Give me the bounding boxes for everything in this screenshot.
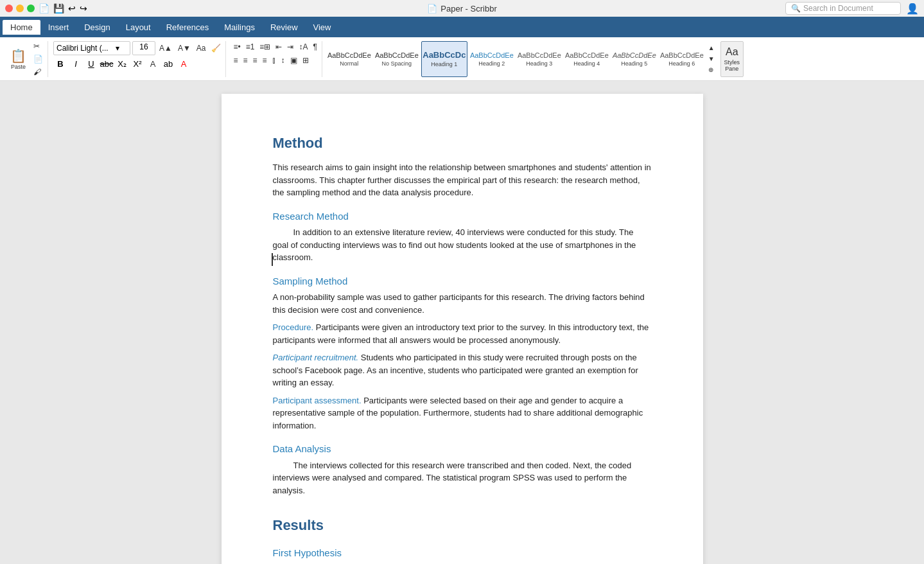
participant-recruitment-heading: Participant recruitment. [273,353,359,362]
style-heading-3[interactable]: AaBbCcDdEe Heading 3 [516,41,562,77]
show-formatting-button[interactable]: ¶ [311,41,318,53]
bold-button[interactable]: B [53,57,67,71]
align-center-button[interactable]: ≡ [241,55,249,66]
document-page[interactable]: Method This research aims to gain insigh… [222,94,703,564]
data-analysis-heading: Data Analysis [273,442,652,457]
shading-button[interactable]: ▣ [288,55,299,66]
first-hypothesis-heading: First Hypothesis [273,546,652,561]
font-size-input[interactable]: 16 [132,41,155,55]
style-normal[interactable]: AaBbCcDdEe Normal [326,41,372,77]
tab-view[interactable]: View [306,20,339,35]
styles-down-arrow[interactable]: ▼ [706,54,717,64]
style-heading-5[interactable]: AaBbCcDdEe Heading 5 [611,41,658,77]
align-right-button[interactable]: ≡ [251,55,259,66]
align-left-button[interactable]: ≡ [231,55,240,66]
increase-font-button[interactable]: A▲ [157,42,174,54]
style-normal-preview: AaBbCcDdEe [327,51,371,59]
underline-button[interactable]: U [84,57,98,71]
undo-icon[interactable]: ↩ [68,3,76,13]
research-method-heading: Research Method [273,209,652,224]
multilevel-list-button[interactable]: ≡⊞ [257,41,272,53]
change-case-button[interactable]: Aa [195,42,208,54]
styles-up-arrow[interactable]: ▲ [706,43,717,53]
decrease-font-button[interactable]: A▼ [176,42,193,54]
font-group: Calibri Light (... ▾ 16 A▲ A▼ Aa 🧹 B I U… [51,41,226,77]
copy-button[interactable]: 📄 [31,53,45,65]
cut-button[interactable]: ✂ [31,40,45,52]
line-spacing-button[interactable]: ↕ [279,55,287,66]
procedure-heading: Procedure. [273,322,314,332]
research-method-text: In addition to an extensive literature r… [273,226,652,264]
styles-pane-icon: Aa [726,46,738,58]
data-analysis-text: The interviews collected for this resear… [273,459,652,497]
style-heading-4-preview: AaBbCcDdEe [565,51,609,59]
search-icon: 🔍 [791,4,801,13]
style-heading-4[interactable]: AaBbCcDdEe Heading 4 [564,41,610,77]
procedure-paragraph: Procedure. Participants were given an in… [273,321,652,346]
user-icon[interactable]: 👤 [906,3,919,15]
maximize-button[interactable] [27,4,35,12]
style-heading-2-preview: AaBbCcDdEe [470,51,514,59]
style-normal-label: Normal [340,60,358,67]
style-heading-6-label: Heading 6 [668,60,695,67]
tab-design[interactable]: Design [76,20,118,35]
style-heading-6-preview: AaBbCcDdEe [660,51,704,59]
toolbar: 📋 Paste ✂ 📄 🖌 Calibri Light (... ▾ 16 A▲… [0,37,924,81]
columns-button[interactable]: ⫿ [270,55,278,66]
style-no-spacing[interactable]: AaBbCcDdEe No Spacing [374,41,420,77]
font-color-button[interactable]: A [146,57,160,71]
styles-more-arrow[interactable]: ⊕ [706,65,717,75]
text-color-button[interactable]: A [177,57,191,71]
title-bar-left: 📄 💾 ↩ ↪ [5,3,87,13]
strikethrough-button[interactable]: abc [100,57,114,71]
highlight-button[interactable]: ab [161,57,175,71]
style-heading-1[interactable]: AaBbCcDc Heading 1 [421,41,467,77]
redo-icon[interactable]: ↪ [80,3,87,13]
tab-mailings[interactable]: Mailings [216,20,263,35]
toolbar-icon-1: 📄 [39,3,49,13]
sort-button[interactable]: ↕A [297,41,309,53]
italic-button[interactable]: I [69,57,83,71]
method-heading: Method [273,132,652,154]
increase-indent-button[interactable]: ⇥ [285,41,295,53]
justify-button[interactable]: ≡ [261,55,269,66]
participant-assessment-paragraph: Participant assessment. Participants wer… [273,394,652,432]
format-painter-button[interactable]: 🖌 [31,66,45,78]
text-cursor [272,253,273,266]
bullets-button[interactable]: ≡• [231,41,242,53]
style-no-spacing-preview: AaBbCcDdEe [375,51,419,59]
minimize-button[interactable] [16,4,24,12]
results-heading: Results [273,515,652,536]
toolbar-icon-2: 💾 [53,3,64,13]
style-heading-3-preview: AaBbCcDdEe [518,51,561,59]
tab-references[interactable]: References [159,20,216,35]
subscript-button[interactable]: X₂ [115,57,129,71]
ribbon-tabs: Home Insert Design Layout References Mai… [0,17,924,37]
decrease-indent-button[interactable]: ⇤ [274,41,284,53]
numbering-button[interactable]: ≡1 [244,41,257,53]
search-bar[interactable]: 🔍 Search in Document [785,2,901,15]
clear-format-button[interactable]: 🧹 [209,42,223,54]
style-heading-2-label: Heading 2 [478,60,505,67]
font-selector[interactable]: Calibri Light (... ▾ [53,41,130,55]
paste-button[interactable]: 📋 [6,48,30,64]
style-heading-4-label: Heading 4 [573,60,600,67]
borders-button[interactable]: ⊞ [301,55,311,66]
font-dropdown-icon: ▾ [116,44,119,53]
doc-icon: 📄 [427,4,437,13]
style-heading-2[interactable]: AaBbCcDdEe Heading 2 [469,41,515,77]
superscript-button[interactable]: X² [130,57,144,71]
procedure-text: Participants were given an introductory … [273,322,649,345]
tab-review[interactable]: Review [263,20,306,35]
style-heading-5-preview: AaBbCcDdEe [613,51,656,59]
tab-home[interactable]: Home [3,20,40,35]
title-bar: 📄 💾 ↩ ↪ 📄 Paper - Scribbr 🔍 Search in Do… [0,0,924,17]
tab-layout[interactable]: Layout [118,20,159,35]
style-heading-6[interactable]: AaBbCcDdEe Heading 6 [659,41,705,77]
close-button[interactable] [5,4,13,12]
styles-pane-button[interactable]: Aa Styles Pane [720,41,744,77]
method-intro: This research aims to gain insight into … [273,161,652,199]
tab-insert[interactable]: Insert [40,20,77,35]
participant-assessment-heading: Participant assessment. [273,396,362,405]
title-bar-right: 🔍 Search in Document 👤 [785,2,919,15]
